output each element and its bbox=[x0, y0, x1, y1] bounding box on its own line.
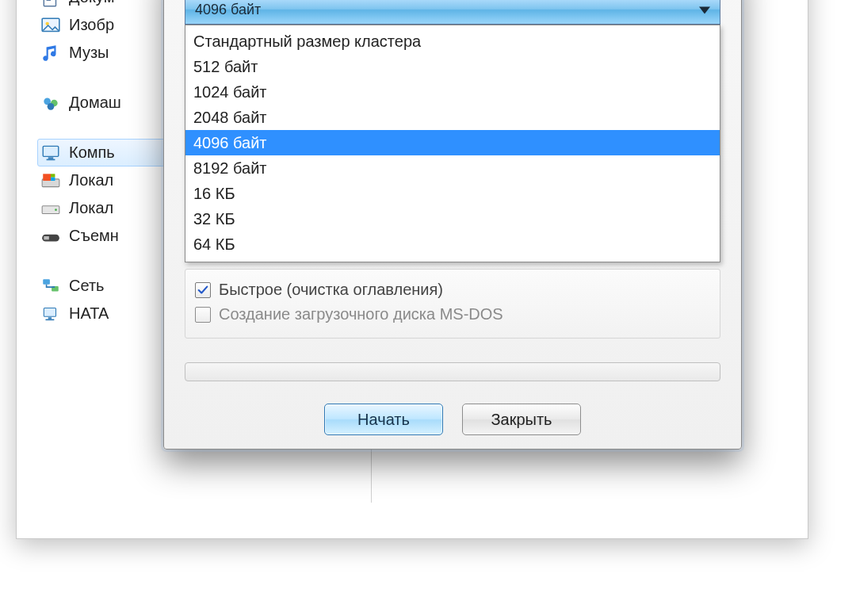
computer-network-icon bbox=[40, 305, 61, 323]
sidebar-item-label: Компь bbox=[69, 143, 115, 162]
msdos-boot-checkbox bbox=[195, 307, 211, 323]
drive-windows-icon bbox=[40, 172, 61, 189]
sidebar-item-label: HATA bbox=[69, 304, 109, 323]
svg-rect-11 bbox=[51, 174, 55, 177]
start-button[interactable]: Начать bbox=[324, 404, 443, 435]
document-icon bbox=[40, 0, 61, 6]
sidebar-item-label: Локал bbox=[69, 199, 113, 217]
cluster-option[interactable]: 16 КБ bbox=[185, 181, 720, 206]
close-button-label: Закрыть bbox=[491, 411, 552, 429]
svg-rect-16 bbox=[44, 236, 49, 239]
image-icon bbox=[40, 17, 61, 34]
cluster-size-combobox[interactable]: 4096 байт bbox=[185, 0, 720, 25]
svg-rect-7 bbox=[48, 157, 54, 159]
cluster-option[interactable]: 512 байт bbox=[185, 54, 720, 79]
format-dialog: Размер кластера: 4096 байт Стандартный р… bbox=[163, 0, 742, 450]
sidebar-item-label: Изобр bbox=[69, 16, 114, 34]
svg-rect-21 bbox=[46, 319, 55, 320]
explorer-window: Докум Изобр Музы Домаш Компь bbox=[16, 0, 808, 539]
cluster-size-value: 4096 байт bbox=[195, 2, 261, 18]
cluster-option[interactable]: 32 КБ bbox=[185, 206, 720, 231]
svg-rect-20 bbox=[48, 317, 52, 319]
quick-format-checkbox[interactable] bbox=[195, 282, 211, 298]
drive-icon bbox=[40, 200, 61, 217]
msdos-boot-label: Создание загрузочного диска MS-DOS bbox=[219, 305, 503, 323]
close-button[interactable]: Закрыть bbox=[462, 404, 581, 435]
svg-point-14 bbox=[55, 209, 57, 211]
sidebar-item-label: Локал bbox=[69, 171, 113, 189]
pane-divider bbox=[371, 449, 372, 503]
music-icon bbox=[40, 44, 61, 62]
svg-rect-19 bbox=[44, 308, 55, 316]
svg-rect-6 bbox=[43, 146, 59, 156]
svg-point-2 bbox=[46, 21, 49, 25]
format-options-group: Быстрое (очистка оглавления) Создание за… bbox=[185, 269, 720, 339]
sidebar-item-label: Домаш bbox=[69, 94, 121, 112]
svg-rect-17 bbox=[43, 279, 50, 285]
homegroup-icon bbox=[40, 94, 61, 112]
svg-rect-12 bbox=[51, 177, 55, 180]
cluster-size-dropdown[interactable]: Стандартный размер кластера 512 байт 102… bbox=[185, 25, 720, 262]
sidebar-item-label: Музы bbox=[69, 44, 109, 62]
svg-rect-8 bbox=[47, 159, 55, 160]
svg-point-5 bbox=[48, 103, 55, 110]
computer-icon bbox=[40, 144, 61, 162]
sidebar-item-label: Сеть bbox=[69, 277, 104, 295]
quick-format-label: Быстрое (очистка оглавления) bbox=[219, 281, 443, 299]
cluster-option[interactable]: 2048 байт bbox=[185, 105, 720, 130]
network-icon bbox=[40, 277, 61, 295]
chevron-down-icon bbox=[699, 6, 710, 13]
cluster-option[interactable]: 64 КБ bbox=[185, 231, 720, 257]
cluster-option[interactable]: 4096 байт bbox=[185, 130, 720, 155]
start-button-label: Начать bbox=[357, 411, 410, 429]
svg-rect-10 bbox=[43, 174, 51, 181]
cluster-option[interactable]: Стандартный размер кластера bbox=[185, 29, 720, 54]
sidebar-item-label: Съемн bbox=[69, 227, 119, 245]
svg-rect-0 bbox=[44, 0, 55, 6]
cluster-option[interactable]: 8192 байт bbox=[185, 155, 720, 181]
removable-drive-icon bbox=[40, 228, 61, 245]
cluster-option[interactable]: 1024 байт bbox=[185, 79, 720, 105]
sidebar-item-label: Докум bbox=[69, 0, 114, 6]
progress-bar bbox=[185, 362, 720, 381]
